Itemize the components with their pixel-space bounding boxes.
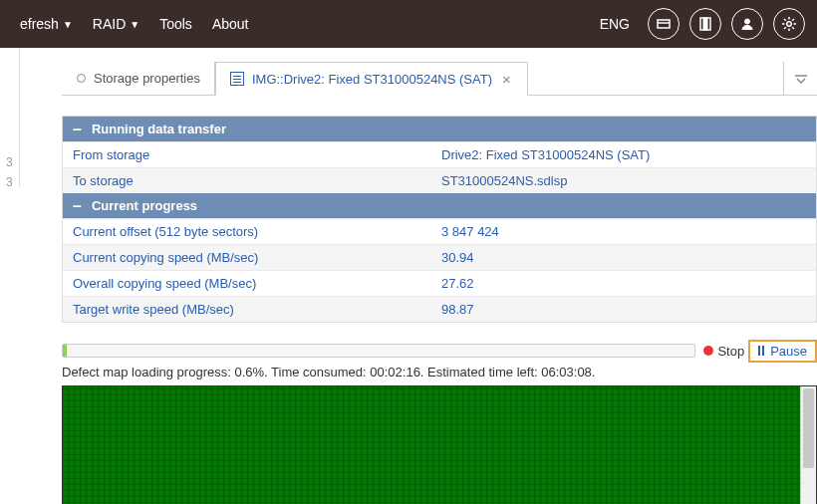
row-value: 3 847 424 xyxy=(431,219,816,244)
menu-tools[interactable]: Tools xyxy=(151,12,200,36)
section-title: Running data transfer xyxy=(92,122,226,136)
pause-button[interactable]: Pause xyxy=(748,340,817,363)
map-processed-area xyxy=(63,386,816,504)
row-value: 30.94 xyxy=(431,245,816,270)
sidebar-text: 3 xyxy=(6,155,13,169)
defect-map[interactable] xyxy=(62,385,817,504)
top-menu-bar: efresh▼ RAID▼ Tools About ENG xyxy=(0,0,817,48)
sidebar-text: 3 xyxy=(6,175,13,189)
svg-point-5 xyxy=(787,22,791,26)
tab-label: Storage properties xyxy=(94,71,200,86)
user-icon[interactable] xyxy=(731,8,763,40)
language-selector[interactable]: ENG xyxy=(600,16,630,32)
status-text: Defect map loading progress: 0.6%. Time … xyxy=(62,363,817,381)
row-label: Current copying speed (MB/sec) xyxy=(63,245,431,270)
svg-rect-0 xyxy=(658,20,670,28)
progress-bar xyxy=(62,344,695,358)
table-row: Target write speed (MB/sec) 98.87 xyxy=(63,296,816,322)
close-icon[interactable]: × xyxy=(500,71,513,88)
circle-icon xyxy=(77,74,86,83)
row-value: Drive2: Fixed ST31000524NS (SAT) xyxy=(431,142,816,167)
main-area: Storage properties IMG::Drive2: Fixed ST… xyxy=(0,62,817,504)
svg-line-13 xyxy=(792,19,794,21)
row-value: ST31000524NS.sdlsp xyxy=(431,168,816,193)
menu-raid[interactable]: RAID▼ xyxy=(85,12,147,36)
scrollbar-thumb[interactable] xyxy=(803,388,814,468)
sidebar-sliver: 3 3 xyxy=(0,48,20,187)
row-label: Target write speed (MB/sec) xyxy=(63,297,431,322)
scrollbar[interactable] xyxy=(800,386,816,504)
section-header-progress[interactable]: – Current progress xyxy=(63,193,816,218)
row-label: To storage xyxy=(63,168,431,193)
progress-bar-row: Stop Pause xyxy=(62,341,817,361)
gear-icon[interactable] xyxy=(773,8,805,40)
table-row: To storage ST31000524NS.sdlsp xyxy=(63,167,816,193)
row-label: Current offset (512 byte sectors) xyxy=(63,219,431,244)
svg-line-10 xyxy=(784,19,786,21)
section-header-transfer[interactable]: – Running data transfer xyxy=(63,117,816,141)
chevron-down-icon: ▼ xyxy=(130,19,139,30)
stop-button[interactable]: Stop xyxy=(717,344,744,359)
svg-line-12 xyxy=(784,27,786,29)
table-row: Current offset (512 byte sectors) 3 847 … xyxy=(63,218,816,244)
panel-icon[interactable] xyxy=(689,8,721,40)
row-value: 98.87 xyxy=(431,297,816,322)
pause-icon xyxy=(758,346,764,356)
svg-line-11 xyxy=(792,27,794,29)
section-title: Current progress xyxy=(92,198,197,213)
row-label: From storage xyxy=(63,142,431,167)
tab-label: IMG::Drive2: Fixed ST31000524NS (SAT) xyxy=(252,72,492,87)
table-row: From storage Drive2: Fixed ST31000524NS … xyxy=(63,141,816,167)
svg-rect-3 xyxy=(703,18,707,30)
info-panel: – Running data transfer From storage Dri… xyxy=(62,116,817,323)
window-icon[interactable] xyxy=(648,8,680,40)
progress-fill xyxy=(63,345,67,357)
tab-storage-properties[interactable]: Storage properties xyxy=(62,62,215,96)
menu-refresh[interactable]: efresh▼ xyxy=(12,12,81,36)
tab-img-drive2[interactable]: IMG::Drive2: Fixed ST31000524NS (SAT) × xyxy=(215,62,528,96)
topbar-right: ENG xyxy=(600,8,805,40)
collapse-tabs-button[interactable] xyxy=(783,62,817,96)
image-icon xyxy=(230,72,244,86)
svg-point-4 xyxy=(745,19,750,24)
row-value: 27.62 xyxy=(431,271,816,296)
table-row: Overall copying speed (MB/sec) 27.62 xyxy=(63,270,816,296)
table-row: Current copying speed (MB/sec) 30.94 xyxy=(63,244,816,270)
tab-bar: Storage properties IMG::Drive2: Fixed ST… xyxy=(62,62,817,96)
main-menu: efresh▼ RAID▼ Tools About xyxy=(12,12,256,36)
collapse-icon: – xyxy=(73,124,82,135)
collapse-icon: – xyxy=(73,200,82,212)
menu-about[interactable]: About xyxy=(204,12,257,36)
record-icon xyxy=(703,346,713,356)
pause-label: Pause xyxy=(770,344,807,359)
chevron-down-icon: ▼ xyxy=(63,19,73,30)
row-label: Overall copying speed (MB/sec) xyxy=(63,271,431,296)
